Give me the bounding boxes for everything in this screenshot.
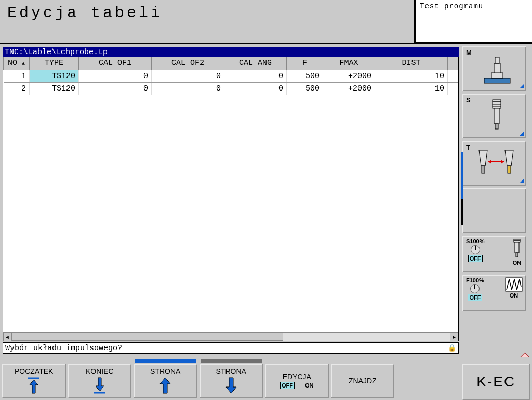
softkey-koniec[interactable]: KONIEC (68, 364, 132, 398)
side-button-empty[interactable] (462, 188, 526, 233)
side-button-s100[interactable]: S100% OFF ON (462, 236, 526, 272)
cell-no[interactable]: 2 (4, 82, 30, 95)
softkey-label: POCZATEK (15, 367, 53, 376)
softkey-strona-up[interactable]: STRONA (134, 364, 197, 398)
black-indicator (461, 199, 463, 225)
cell-dist[interactable]: 10 (375, 70, 448, 82)
softkey-indicator-active (135, 359, 196, 363)
arrow-down-icon (223, 377, 239, 394)
softkey-poczatek[interactable]: POCZATEK (2, 364, 66, 398)
svg-rect-0 (484, 78, 510, 83)
svg-rect-8 (494, 108, 499, 124)
cell-calof1[interactable]: 0 (79, 82, 152, 95)
mode-indicator[interactable]: K-EC (462, 364, 530, 400)
softkey-row: POCZATEK KONIEC STRONA STRONA (0, 357, 532, 400)
mode-label: K-EC (476, 373, 515, 390)
col-calof1[interactable]: CAL_OF1 (79, 57, 152, 70)
softkey-label: KONIEC (86, 367, 114, 376)
cell-f[interactable]: 500 (287, 82, 323, 95)
cell-fmax[interactable]: +2000 (323, 82, 375, 95)
svg-rect-6 (493, 104, 501, 106)
svg-marker-14 (501, 160, 504, 164)
side-button-f100[interactable]: F100% OFF ON (462, 275, 526, 311)
svg-marker-22 (96, 378, 104, 391)
side-label: T (466, 144, 470, 183)
svg-marker-21 (30, 380, 38, 393)
col-calang[interactable]: CAL_ANG (224, 57, 287, 70)
arrow-up-icon (157, 377, 173, 394)
on-label: ON (305, 382, 314, 389)
table-row[interactable]: 2 TS120 0 0 0 500 +2000 10 (4, 82, 458, 95)
cell-no[interactable]: 1 (4, 70, 30, 82)
softkey-empty (396, 359, 460, 398)
svg-rect-9 (495, 124, 498, 129)
svg-rect-4 (493, 100, 501, 102)
svg-rect-17 (515, 242, 519, 253)
cell-type[interactable]: TS120 (30, 82, 79, 95)
cell-calof2[interactable]: 0 (152, 82, 224, 95)
svg-rect-10 (482, 166, 485, 173)
softkey-edycja[interactable]: EDYCJA OFF ON (265, 364, 329, 398)
side-button-m[interactable]: M (462, 46, 526, 91)
expand-icon (520, 132, 524, 136)
softkey-strona-down[interactable]: STRONA (200, 364, 263, 398)
softkey-znajdz[interactable]: ZNAJDZ (331, 364, 395, 398)
table-row[interactable]: 1 TS120 0 0 0 500 +2000 10 (4, 70, 458, 82)
on-label: ON (513, 260, 522, 266)
on-label: ON (510, 292, 518, 299)
svg-rect-3 (495, 57, 499, 63)
side-button-s[interactable]: S (462, 94, 526, 138)
svg-rect-11 (508, 166, 511, 173)
softkey-label: ZNAJDZ (349, 377, 377, 385)
softkey-label: STRONA (150, 367, 180, 376)
side-button-t[interactable]: T (462, 141, 526, 186)
scroll-thumb[interactable] (11, 333, 283, 341)
col-type[interactable]: TYPE (30, 57, 79, 70)
svg-rect-18 (516, 253, 518, 257)
dial-icon (470, 284, 480, 293)
scroll-left-icon[interactable]: ◄ (3, 333, 11, 341)
lock-icon: 🔒 (448, 344, 456, 352)
expand-icon (520, 84, 524, 88)
cell-fmax[interactable]: +2000 (323, 70, 375, 82)
scroll-track[interactable] (11, 333, 450, 341)
softkey-indicator (3, 359, 65, 363)
cell-calof2[interactable]: 0 (152, 70, 224, 82)
cell-f[interactable]: 500 (287, 70, 323, 82)
softkey-indicator (69, 359, 131, 363)
prompt-text: Wybór układu impulsowego? (5, 344, 122, 353)
col-f[interactable]: F (287, 57, 323, 70)
tool-change-icon (473, 145, 520, 182)
softkey-label: STRONA (216, 367, 246, 376)
spindle-icon (486, 98, 507, 134)
col-dist[interactable]: DIST (375, 57, 448, 70)
prompt-bar: Wybór układu impulsowego? 🔒 (3, 342, 459, 354)
scroll-right-icon[interactable]: ► (450, 333, 458, 341)
softkey-indicator (201, 359, 262, 363)
data-table-wrap: NO ▲ TYPE CAL_OF1 CAL_OF2 CAL_ANG F FMAX… (3, 57, 459, 341)
page-title: Edycja tabeli (0, 0, 415, 43)
off-badge: OFF (468, 294, 482, 301)
cell-calof1[interactable]: 0 (79, 70, 152, 82)
col-calof2[interactable]: CAL_OF2 (152, 57, 224, 70)
col-fmax[interactable]: FMAX (323, 57, 375, 70)
cell-type[interactable]: TS120 (30, 70, 79, 82)
machine-icon (479, 53, 515, 84)
arrow-down-end-icon (92, 377, 108, 394)
softkey-indicator (266, 359, 328, 363)
off-badge: OFF (468, 255, 483, 262)
horizontal-scrollbar[interactable]: ◄ ► (3, 332, 458, 341)
softkey-indicator (332, 359, 394, 363)
data-table[interactable]: NO ▲ TYPE CAL_OF1 CAL_OF2 CAL_ANG F FMAX… (3, 57, 458, 95)
cell-dist[interactable]: 10 (375, 82, 448, 95)
override-label: S100% (466, 238, 484, 244)
cell-calang[interactable]: 0 (224, 70, 287, 82)
cell-calang[interactable]: 0 (224, 82, 287, 95)
off-badge: OFF (280, 382, 295, 389)
spindle-small-icon (511, 238, 523, 259)
file-path: TNC:\table\tchprobe.tp (3, 47, 459, 57)
svg-marker-24 (160, 378, 170, 393)
dial-icon (471, 245, 480, 254)
svg-rect-7 (493, 106, 501, 108)
col-no[interactable]: NO ▲ (4, 57, 30, 70)
